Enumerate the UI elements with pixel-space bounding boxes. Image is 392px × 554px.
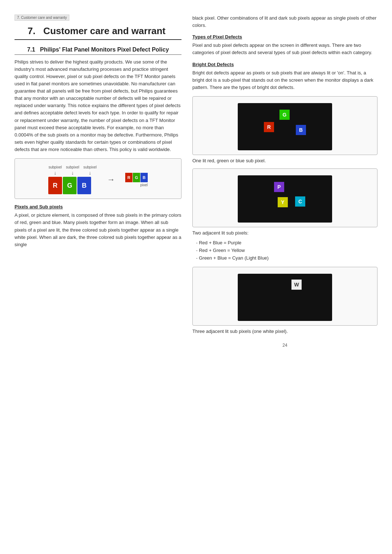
white-dot: W [291,280,302,290]
chapter-title: 7. Customer care and warrant [15,25,181,40]
pixel-diagram: subpixel subpixel subpixel ↓ ↓ ↓ R G B [48,165,148,194]
arrow-2: ↓ [66,170,79,176]
arrows-row: ↓ ↓ ↓ [48,170,97,176]
types-title: Types of Pixel Defects [192,34,377,40]
pixel-small-group: R G B pixel [125,173,148,187]
breadcrumb: 7. Customer care and warranty [15,15,69,21]
pixel-b: B [140,173,148,182]
blue-subpixel: B [77,177,91,194]
bright-dot-caption: One lit red, green or blue sub pixel. [192,158,377,163]
yellow-dot: Y [278,197,288,207]
right-column: black pixel. Other combinations of lit a… [192,15,377,348]
two-adj-diagram: P Y C [238,175,332,223]
chapter-text: Customer care and warrant [43,25,166,36]
cyan-dot: C [295,196,305,207]
blue-dot: B [296,125,306,135]
arrow-1: ↓ [48,170,62,176]
right-body-text: black pixel. Other combinations of lit a… [192,15,377,29]
section-title: 7.1 Philips' Flat Panel Monitors Pixel D… [15,46,181,55]
types-text: Pixel and sub pixel defects appear on th… [192,42,377,56]
arrow-3: ↓ [83,170,97,176]
two-adj-diagram-box: P Y C [192,168,377,227]
section-number: 7.1 [27,46,35,53]
pixel-rgb-small: R G B [125,173,148,182]
red-subpixel: R [48,177,62,194]
left-body-paragraph: Philips strives to deliver the highest q… [15,58,181,154]
pixel-label-row: pixel [125,183,148,187]
section-text: Philips' Flat Panel Monitors Pixel Defec… [40,46,169,53]
subpixel-label-1: subpixel [48,165,62,169]
green-dot: G [279,110,290,120]
green-subpixel: G [63,177,77,194]
chapter-number: 7. [28,25,36,36]
pixel-label: pixel [140,183,148,187]
three-adj-caption: Three adjacent lit sub pixels (one white… [192,329,377,334]
list-item-2: Red + Green = Yellow [196,247,377,254]
bright-dot-diagram-box: G R B [192,96,377,155]
red-dot: R [264,122,274,132]
pixels-subsection-title: Pixels and Sub pixels [15,204,181,209]
list-item-1: Red + Blue = Purple [196,239,377,247]
two-adj-list: Red + Blue = Purple Red + Green = Yellow… [192,239,377,262]
subpixel-label-2: subpixel [66,165,79,169]
pixel-arrow: → [107,175,115,184]
left-column: 7. Customer care and warranty 7. Custome… [15,15,181,348]
two-adj-caption: Two adjacent lit sub pixels: [192,230,377,236]
rgb-blocks: R G B [48,177,91,194]
subpixel-labels: subpixel subpixel subpixel [48,165,97,169]
pixel-g: G [133,173,140,182]
subpixel-label-3: subpixel [83,165,97,169]
three-adj-diagram: W [238,274,332,321]
purple-dot: P [274,182,284,192]
list-item-3: Green + Blue = Cyan (Light Blue) [196,254,377,262]
bright-dot-diagram: G R B [238,103,332,150]
three-adj-diagram-box: W [192,267,377,326]
pixel-r: R [125,173,132,182]
pixel-diagram-box: subpixel subpixel subpixel ↓ ↓ ↓ R G B [15,158,181,199]
bright-dot-title: Bright Dot Defects [192,62,377,67]
subpixel-group: subpixel subpixel subpixel ↓ ↓ ↓ R G B [48,165,97,194]
pixel-sub-text: A pixel, or picture element, is composed… [15,212,181,248]
bright-dot-text: Bright dot defects appear as pixels or s… [192,69,377,91]
page-number: 24 [192,343,377,348]
